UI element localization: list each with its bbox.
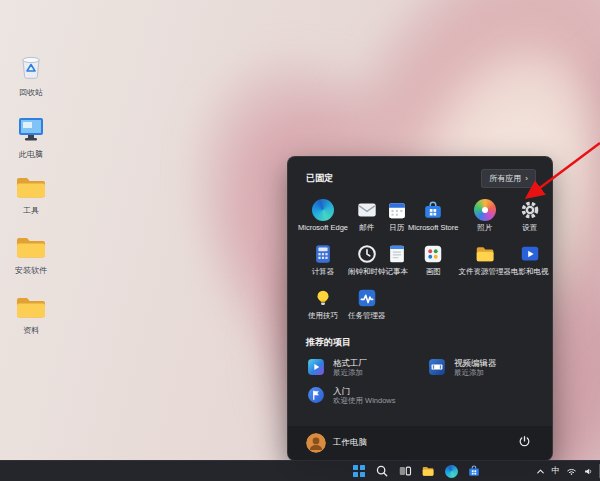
wifi-icon (566, 466, 577, 477)
pinned-app-movies-tv[interactable]: 电影和电视 (511, 238, 549, 282)
desktop-icon-label: 工具 (23, 206, 39, 215)
lightbulb-icon (312, 287, 334, 309)
task-manager-icon (356, 287, 378, 309)
desktop-icon-label: 回收站 (19, 88, 43, 97)
start-menu: 已固定 所有应用 › Microsoft Edge 邮件 日 (287, 156, 553, 461)
desktop-icon-recycle-bin[interactable]: 回收站 (6, 50, 56, 97)
pinned-app-notepad[interactable]: 记事本 (386, 238, 409, 282)
pinned-app-tips[interactable]: 使用技巧 (298, 282, 348, 326)
pinned-app-calendar[interactable]: 日历 (386, 194, 409, 238)
desktop: 回收站 此电脑 工具 安装软 (0, 0, 600, 481)
all-apps-button[interactable]: 所有应用 › (481, 169, 536, 188)
pinned-app-calculator[interactable]: 计算器 (298, 238, 348, 282)
edge-icon (312, 199, 334, 221)
microsoft-store-icon (467, 464, 481, 478)
task-view-button[interactable] (398, 464, 412, 478)
pinned-app-edge[interactable]: Microsoft Edge (298, 194, 348, 238)
edge-icon (445, 465, 458, 478)
folder-icon (421, 464, 435, 478)
movies-tv-icon (519, 243, 541, 265)
notepad-icon (386, 243, 408, 265)
start-button[interactable] (352, 464, 366, 478)
recommended-header: 推荐的项目 (288, 326, 552, 353)
video-editor-icon (427, 357, 447, 377)
windows-logo-icon (353, 465, 365, 477)
desktop-icon-this-pc[interactable]: 此电脑 (6, 114, 56, 159)
search-button[interactable] (375, 464, 389, 478)
pinned-app-grid: Microsoft Edge 邮件 日历 Microsoft Store (288, 190, 552, 326)
settings-gear-icon (519, 199, 541, 221)
pinned-app-paint[interactable]: 画图 (408, 238, 458, 282)
avatar (306, 433, 326, 453)
pinned-app-file-explorer[interactable]: 文件资源管理器 (458, 238, 511, 282)
pinned-app-settings[interactable]: 设置 (511, 194, 549, 238)
speaker-icon (583, 466, 594, 477)
recommended-item-video-editor[interactable]: 视频编辑器 最近添加 (423, 353, 538, 381)
pinned-app-store[interactable]: Microsoft Store (408, 194, 458, 238)
clock-icon (356, 243, 378, 265)
desktop-icon-folder-1[interactable]: 工具 (6, 174, 56, 215)
chevron-right-icon: › (525, 174, 528, 183)
user-account-button[interactable]: 工作电脑 (306, 433, 367, 453)
photos-icon (474, 199, 496, 221)
taskbar: 中 (0, 460, 600, 481)
folder-icon (15, 174, 47, 204)
tray-chevron-up[interactable] (535, 466, 546, 477)
user-name: 工作电脑 (333, 437, 367, 449)
microsoft-store-icon (422, 199, 444, 221)
get-started-icon (306, 385, 326, 405)
taskbar-store[interactable] (467, 464, 481, 478)
system-tray: 中 (535, 461, 595, 481)
mail-icon (356, 199, 378, 221)
recycle-bin-icon (16, 50, 46, 86)
start-menu-footer: 工作电脑 (288, 426, 552, 460)
desktop-icon-folder-2[interactable]: 安装软件 (6, 234, 56, 275)
desktop-icon-folder-3[interactable]: 资料 (6, 294, 56, 335)
pinned-app-alarms[interactable]: 闹钟和时钟 (348, 238, 386, 282)
format-factory-icon (306, 357, 326, 377)
all-apps-label: 所有应用 (489, 173, 521, 184)
recommended-item-format-factory[interactable]: 格式工厂 最近添加 (302, 353, 417, 381)
power-button[interactable] (515, 432, 534, 454)
chevron-up-icon (535, 466, 546, 477)
calendar-icon (386, 199, 408, 221)
input-language-indicator[interactable]: 中 (552, 465, 561, 477)
calculator-icon (312, 243, 334, 265)
file-explorer-icon (474, 243, 496, 265)
pinned-header: 已固定 (306, 172, 333, 185)
desktop-icon-label: 资料 (23, 326, 39, 335)
desktop-icon-label: 安装软件 (15, 266, 47, 275)
taskbar-edge[interactable] (444, 464, 458, 478)
folder-icon (15, 294, 47, 324)
pinned-app-task-manager[interactable]: 任务管理器 (348, 282, 386, 326)
taskbar-file-explorer[interactable] (421, 464, 435, 478)
pinned-app-mail[interactable]: 邮件 (348, 194, 386, 238)
tray-volume[interactable] (583, 466, 594, 477)
desktop-icon-label: 此电脑 (19, 150, 43, 159)
task-view-icon (398, 464, 412, 478)
this-pc-icon (16, 114, 46, 148)
search-icon (375, 464, 389, 478)
pinned-app-photos[interactable]: 照片 (458, 194, 511, 238)
recommended-item-get-started[interactable]: 入门 欢迎使用 Windows (302, 381, 417, 409)
folder-icon (15, 234, 47, 264)
tray-network[interactable] (566, 466, 577, 477)
recommended-grid: 格式工厂 最近添加 视频编辑器 最近添加 入门 欢迎 (288, 353, 552, 409)
paint-icon (422, 243, 444, 265)
